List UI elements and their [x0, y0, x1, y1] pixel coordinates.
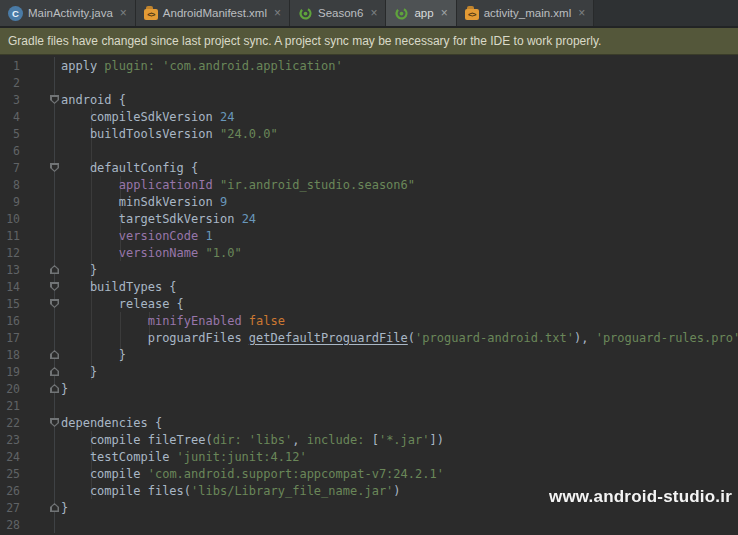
fold-gutter [20, 312, 55, 329]
code-token: 'com.android.application' [162, 59, 343, 73]
fold-gutter [20, 465, 55, 482]
code-lines: 1apply plugin: 'com.android.application'… [0, 57, 738, 533]
code-line: 25 compile 'com.android.support:appcompa… [0, 465, 738, 482]
android-xml-file-icon: <> [144, 6, 158, 20]
code-text[interactable]: } [55, 348, 126, 362]
code-line: 16 minifyEnabled false [0, 312, 738, 329]
code-editor[interactable]: 1apply plugin: 'com.android.application'… [0, 55, 738, 535]
code-text[interactable]: buildToolsVersion "24.0.0" [55, 127, 278, 141]
code-token: ), [574, 331, 596, 345]
line-number: 16 [0, 314, 20, 328]
fold-gutter [20, 278, 55, 295]
close-icon[interactable]: × [441, 7, 448, 19]
line-number: 13 [0, 263, 20, 277]
code-token: } [61, 263, 97, 277]
code-text[interactable]: compile 'com.android.support:appcompat-v… [55, 467, 444, 481]
code-token: dependencies { [61, 416, 162, 430]
code-line: 7 defaultConfig { [0, 159, 738, 176]
line-number: 11 [0, 229, 20, 243]
fold-gutter [20, 108, 55, 125]
code-token: 'libs' [249, 433, 292, 447]
fold-gutter [20, 414, 55, 431]
line-number: 21 [0, 399, 20, 413]
tab-activity-main-xml[interactable]: <>activity_main.xml× [457, 0, 595, 26]
tab-app[interactable]: app× [386, 0, 456, 26]
code-line: 20} [0, 380, 738, 397]
line-number: 7 [0, 161, 20, 175]
code-text[interactable]: applicationId "ir.android_studio.season6… [55, 178, 415, 192]
code-token: release { [61, 297, 184, 311]
code-token: proguardFiles [61, 331, 249, 345]
code-line: 5 buildToolsVersion "24.0.0" [0, 125, 738, 142]
code-text[interactable]: compile fileTree(dir: 'libs', include: [… [55, 433, 444, 447]
code-line: 12 versionName "1.0" [0, 244, 738, 261]
code-text[interactable]: dependencies { [55, 416, 162, 430]
code-text[interactable]: minSdkVersion 9 [55, 195, 227, 209]
line-number: 12 [0, 246, 20, 260]
watermark: www.android-studio.ir [549, 487, 732, 507]
tab-label: MainActivity.java [28, 7, 113, 19]
line-number: 14 [0, 280, 20, 294]
code-text[interactable]: proguardFiles getDefaultProguardFile('pr… [55, 331, 738, 345]
fold-gutter [20, 295, 55, 312]
tab-androidmanifest-xml[interactable]: <>AndroidManifest.xml× [136, 0, 290, 26]
code-token: versionCode [119, 229, 206, 243]
code-token: testCompile [61, 450, 177, 464]
code-token: [ [372, 433, 379, 447]
close-icon[interactable]: × [120, 7, 127, 19]
gradle-sync-banner-text: Gradle files have changed since last pro… [8, 34, 601, 48]
code-text[interactable]: apply plugin: 'com.android.application' [55, 59, 343, 73]
tab-season6[interactable]: Season6× [290, 0, 386, 26]
android-xml-file-icon: <> [465, 6, 479, 20]
close-icon[interactable]: × [370, 7, 377, 19]
code-token: compileSdkVersion [61, 110, 220, 124]
code-token: false [249, 314, 285, 328]
code-text[interactable]: android { [55, 93, 126, 107]
code-token: "24.0.0" [220, 127, 278, 141]
code-text[interactable]: targetSdkVersion 24 [55, 212, 256, 226]
code-text[interactable]: } [55, 263, 97, 277]
code-token: include: [307, 433, 372, 447]
fold-gutter [20, 210, 55, 227]
line-number: 23 [0, 433, 20, 447]
code-text[interactable]: testCompile 'junit:junit:4.12' [55, 450, 307, 464]
code-token: minSdkVersion [61, 195, 220, 209]
code-text[interactable]: versionName "1.0" [55, 246, 242, 260]
code-line: 3android { [0, 91, 738, 108]
line-number: 17 [0, 331, 20, 345]
code-text[interactable]: minifyEnabled false [55, 314, 285, 328]
code-token: buildTypes { [61, 280, 177, 294]
line-number: 28 [0, 518, 20, 532]
code-token: versionName [119, 246, 206, 260]
code-token: 'libs/Library_file_name.jar' [191, 484, 393, 498]
code-token: getDefaultProguardFile [249, 331, 408, 345]
editor-tab-bar: CMainActivity.java×<>AndroidManifest.xml… [0, 0, 738, 28]
code-text[interactable]: buildTypes { [55, 280, 177, 294]
fold-gutter [20, 346, 55, 363]
tab-label: activity_main.xml [484, 7, 572, 19]
code-token: 'com.android.support:appcompat-v7:24.2.1… [148, 467, 444, 481]
code-token: '*.jar' [379, 433, 430, 447]
code-line: 23 compile fileTree(dir: 'libs', include… [0, 431, 738, 448]
code-text[interactable]: versionCode 1 [55, 229, 213, 243]
code-line: 2 [0, 74, 738, 91]
code-token: , [292, 433, 306, 447]
code-text[interactable]: compileSdkVersion 24 [55, 110, 234, 124]
close-icon[interactable]: × [578, 7, 585, 19]
code-text[interactable]: defaultConfig { [55, 161, 198, 175]
code-line: 10 targetSdkVersion 24 [0, 210, 738, 227]
code-text[interactable]: release { [55, 297, 184, 311]
fold-gutter [20, 431, 55, 448]
code-token: 1 [206, 229, 213, 243]
code-text[interactable]: } [55, 365, 97, 379]
close-icon[interactable]: × [274, 7, 281, 19]
code-text[interactable]: compile files('libs/Library_file_name.ja… [55, 484, 401, 498]
tab-mainactivity-java[interactable]: CMainActivity.java× [0, 0, 136, 26]
code-line: 4 compileSdkVersion 24 [0, 108, 738, 125]
fold-gutter [20, 516, 55, 533]
fold-gutter [20, 74, 55, 91]
fold-gutter [20, 125, 55, 142]
fold-gutter [20, 499, 55, 516]
line-number: 20 [0, 382, 20, 396]
code-token: plugin: [104, 59, 162, 73]
